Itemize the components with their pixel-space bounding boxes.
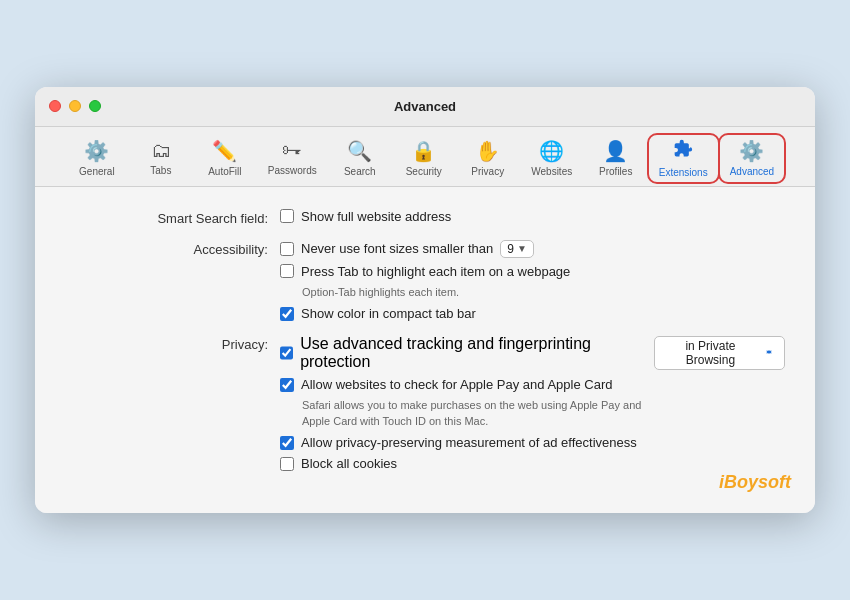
tab-tabs[interactable]: 🗂 Tabs [130,135,192,182]
privacy-controls: Use advanced tracking and fingerprinting… [280,335,785,471]
show-color-checkbox[interactable] [280,307,294,321]
press-tab-label: Press Tab to highlight each item on a we… [301,264,570,279]
show-color-label: Show color in compact tab bar [301,306,476,321]
general-icon: ⚙️ [84,139,109,163]
tab-advanced[interactable]: ⚙️ Advanced [720,135,784,182]
ad-measurement-checkbox[interactable] [280,436,294,450]
tab-privacy[interactable]: ✋ Privacy [457,135,519,182]
minimize-button[interactable] [69,100,81,112]
tab-privacy-label: Privacy [471,166,504,177]
tabs-icon: 🗂 [151,139,171,162]
option-tab-note: Option-Tab highlights each item. [280,285,570,300]
accessibility-row: Accessibility: Never use font sizes smal… [115,240,785,321]
dropdown-arrow-icon [762,345,776,362]
never-font-sizes-row: Never use font sizes smaller than 9 ▼ [280,240,570,258]
content-area: Smart Search field: Show full website ad… [35,187,815,513]
tab-profiles[interactable]: 👤 Profiles [585,135,647,182]
tab-extensions[interactable]: Extensions [649,135,718,182]
advanced-icon: ⚙️ [739,139,764,163]
block-cookies-row: Block all cookies [280,456,785,471]
passwords-icon: 🗝 [282,139,302,162]
tab-autofill-label: AutoFill [208,166,241,177]
font-size-value: 9 [507,242,514,256]
apple-pay-note: Safari allows you to make purchases on t… [280,398,660,429]
iboysoft-brand: iBoysoft [719,472,791,493]
tracking-row: Use advanced tracking and fingerprinting… [280,335,785,371]
press-tab-checkbox[interactable] [280,264,294,278]
tab-general[interactable]: ⚙️ General [66,135,128,182]
never-font-sizes-label: Never use font sizes smaller than [301,241,493,256]
private-browsing-label: in Private Browsing [663,339,758,367]
titlebar: Advanced [35,87,815,127]
window-title: Advanced [394,99,456,114]
tab-websites-label: Websites [531,166,572,177]
never-font-sizes-checkbox[interactable] [280,242,294,256]
press-tab-row: Press Tab to highlight each item on a we… [280,264,570,279]
close-button[interactable] [49,100,61,112]
block-cookies-checkbox[interactable] [280,457,294,471]
smart-search-label: Smart Search field: [115,209,280,226]
extensions-icon [673,139,693,164]
accessibility-label: Accessibility: [115,240,280,257]
toolbar: ⚙️ General 🗂 Tabs ✏️ AutoFill 🗝 Password… [35,127,815,187]
tab-websites[interactable]: 🌐 Websites [521,135,583,182]
smart-search-controls: Show full website address [280,209,451,224]
privacy-icon: ✋ [475,139,500,163]
security-icon: 🔒 [411,139,436,163]
traffic-lights [49,100,101,112]
show-full-address-row: Show full website address [280,209,451,224]
tab-general-label: General [79,166,115,177]
block-cookies-label: Block all cookies [301,456,397,471]
show-full-address-checkbox[interactable] [280,209,294,223]
smart-search-row: Smart Search field: Show full website ad… [115,209,785,226]
apple-pay-row: Allow websites to check for Apple Pay an… [280,377,785,392]
tab-security[interactable]: 🔒 Security [393,135,455,182]
tab-passwords-label: Passwords [268,165,317,176]
websites-icon: 🌐 [539,139,564,163]
ad-measurement-label: Allow privacy-preserving measurement of … [301,435,637,450]
tab-tabs-label: Tabs [150,165,171,176]
show-full-address-label: Show full website address [301,209,451,224]
privacy-row: Privacy: Use advanced tracking and finge… [115,335,785,471]
font-size-arrow: ▼ [517,243,527,254]
tab-extensions-label: Extensions [659,167,708,178]
iboysoft-text: Boysoft [724,472,791,492]
tab-passwords[interactable]: 🗝 Passwords [258,135,327,182]
tracking-checkbox[interactable] [280,346,293,360]
font-size-dropdown[interactable]: 9 ▼ [500,240,534,258]
settings-window: Advanced ⚙️ General 🗂 Tabs ✏️ AutoFill 🗝 [35,87,815,513]
tracking-label: Use advanced tracking and fingerprinting… [300,335,643,371]
autofill-icon: ✏️ [212,139,237,163]
tab-autofill[interactable]: ✏️ AutoFill [194,135,256,182]
privacy-label: Privacy: [115,335,280,352]
tab-search[interactable]: 🔍 Search [329,135,391,182]
private-browsing-dropdown[interactable]: in Private Browsing [654,336,785,370]
tab-profiles-label: Profiles [599,166,632,177]
maximize-button[interactable] [89,100,101,112]
tab-security-label: Security [406,166,442,177]
apple-pay-label: Allow websites to check for Apple Pay an… [301,377,612,392]
tab-search-label: Search [344,166,376,177]
profiles-icon: 👤 [603,139,628,163]
tab-advanced-label: Advanced [730,166,774,177]
apple-pay-checkbox[interactable] [280,378,294,392]
ad-measurement-row: Allow privacy-preserving measurement of … [280,435,785,450]
show-color-row: Show color in compact tab bar [280,306,570,321]
search-icon: 🔍 [347,139,372,163]
accessibility-controls: Never use font sizes smaller than 9 ▼ Pr… [280,240,570,321]
